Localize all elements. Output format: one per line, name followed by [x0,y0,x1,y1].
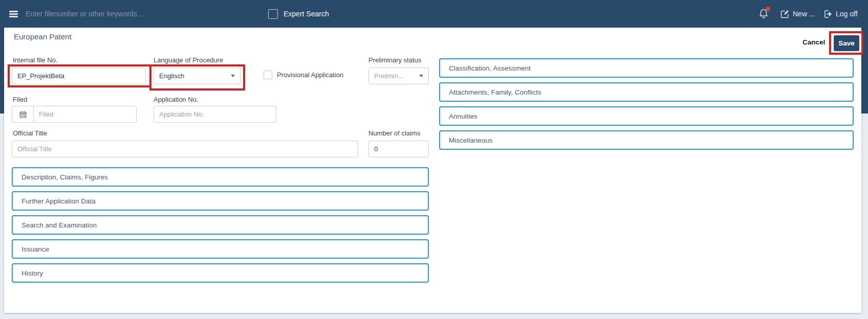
filed-date-input[interactable] [34,106,136,122]
page-title: European Patent [14,32,72,41]
preliminary-status-select[interactable]: Prelimin... [368,67,429,84]
language-select[interactable]: Englisch [154,67,241,84]
european-patent-form-card: European Patent Cancel Save Internal fil… [4,28,861,313]
accordion-label: Issuance [21,245,49,253]
number-of-claims-input[interactable] [368,141,429,157]
top-navigation-bar: Expert Search New ... [0,0,868,28]
edit-icon [780,9,790,19]
language-label: Language of Procedure [154,56,223,64]
accordion-search-and-examination[interactable]: Search and Examination [12,215,429,235]
filed-date-group [12,106,137,123]
preliminary-status-value: Prelimin... [374,72,404,80]
expert-search-label: Expert Search [284,10,329,18]
number-of-claims-label: Number of claims [368,129,420,137]
filed-label: Filed [13,96,27,103]
logoff-button[interactable]: Log off [823,0,858,28]
internal-file-input[interactable] [12,67,146,84]
expert-search-checkbox[interactable] [268,9,278,19]
accordion-label: Description, Claims, Figures [21,173,108,181]
accordion-description-claims-figures[interactable]: Description, Claims, Figures [12,167,429,187]
accordion-further-application-data[interactable]: Further Application Data [12,191,429,211]
accordion-label: Classification, Assessment [449,64,531,72]
accordion-history[interactable]: History [12,263,429,283]
provisional-application-checkbox[interactable] [264,71,272,79]
accordion-miscellaneous[interactable]: Miscellaneous [439,130,854,150]
internal-file-label: Internal file No. [13,56,57,64]
preliminary-status-label: Preliminary status [368,56,421,64]
cancel-button[interactable]: Cancel [802,38,825,46]
accordion-label: History [21,269,43,277]
accordion-issuance[interactable]: Issuance [12,239,429,259]
accordion-label: Annuities [449,112,478,120]
expert-search-toggle: Expert Search [268,0,329,28]
provisional-application-label: Provisional Application [277,71,343,79]
application-no-label: Application No. [154,96,198,103]
new-button-label: New ... [793,10,815,18]
accordion-label: Attachments, Family, Conflicts [449,88,541,96]
logoff-button-label: Log off [836,10,858,18]
accordion-label: Further Application Data [21,197,96,205]
notification-badge [766,7,770,11]
logout-icon [823,9,833,19]
application-no-input[interactable] [154,106,276,123]
accordion-annuities[interactable]: Annuities [439,106,854,126]
chevron-down-icon [419,75,423,77]
notifications-button[interactable] [758,0,770,28]
calendar-icon [19,110,27,119]
calendar-picker-button[interactable] [12,106,34,122]
accordion-attachments-family-conflicts[interactable]: Attachments, Family, Conflicts [439,82,854,102]
app-screen: Expert Search New ... [0,0,868,319]
official-title-input[interactable] [12,141,358,157]
language-select-value: Englisch [159,72,184,80]
global-search-input[interactable] [26,0,225,28]
accordion-label: Miscellaneous [449,136,493,144]
new-button[interactable]: New ... [780,0,815,28]
save-button[interactable]: Save [834,35,859,51]
hamburger-menu-icon[interactable] [9,11,18,17]
accordion-classification-assessment[interactable]: Classification, Assessment [439,58,854,78]
official-title-label: Official Title [13,129,47,137]
accordion-label: Search and Examination [21,221,97,229]
chevron-down-icon [231,75,235,77]
